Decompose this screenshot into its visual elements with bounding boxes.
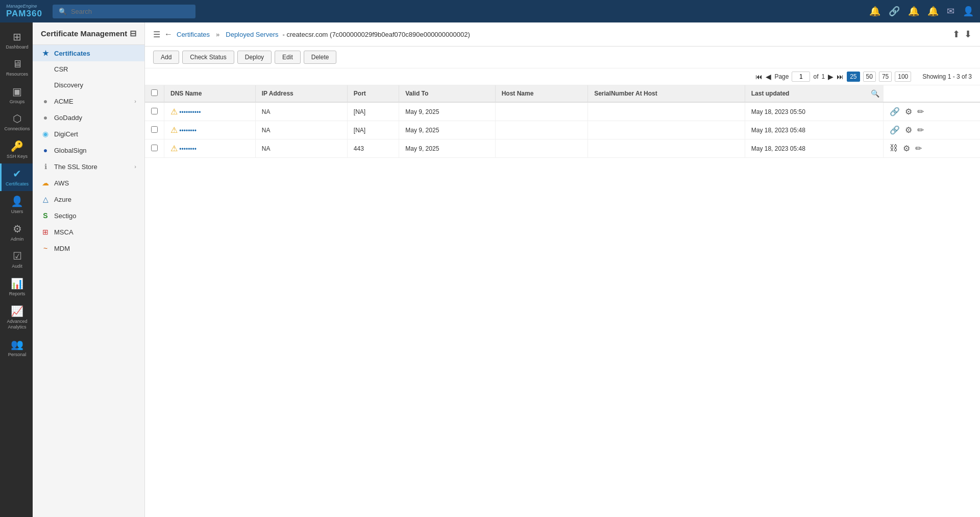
- sidebar-item-resources[interactable]: 🖥 Resources: [0, 54, 33, 81]
- sidebar-item-users[interactable]: 👤 Users: [0, 191, 33, 219]
- check-status-button[interactable]: Check Status: [182, 51, 234, 64]
- sub-sidebar-item-acme[interactable]: ● ACME ›: [33, 93, 144, 109]
- sub-sidebar-item-godaddy[interactable]: ● GoDaddy: [33, 109, 144, 126]
- search-bar[interactable]: 🔍: [53, 5, 195, 18]
- toolbar: Add Check Status Deploy Edit Delete: [145, 46, 980, 68]
- row-2-port: 443: [347, 139, 399, 158]
- row-0-link-icon[interactable]: 🔗: [890, 107, 900, 116]
- bell-icon[interactable]: 🔔: [908, 6, 919, 17]
- row-0-dns-cell: ⚠ ••••••••••: [164, 102, 256, 121]
- last-page-button[interactable]: ⏭: [837, 73, 844, 81]
- sub-sidebar-item-certificates[interactable]: ★ Certificates: [33, 45, 144, 61]
- warning-icon: ⚠: [170, 144, 178, 153]
- sub-sidebar-item-ssl-store[interactable]: ℹ The SSL Store ›: [33, 158, 144, 175]
- sidebar-item-advanced-analytics[interactable]: 📈 Advanced Analytics: [0, 301, 33, 334]
- add-button[interactable]: Add: [153, 51, 179, 64]
- sub-sidebar-item-globalsign[interactable]: ● GlobalSign: [33, 142, 144, 158]
- row-1-edit-icon[interactable]: ✏: [917, 125, 924, 135]
- row-1-actions: 🔗 ⚙ ✏: [884, 121, 980, 139]
- sidebar-label-certificates: Certificates: [6, 181, 29, 187]
- row-0-edit-icon[interactable]: ✏: [917, 107, 924, 116]
- sidebar-item-admin[interactable]: ⚙ Admin: [0, 219, 33, 246]
- th-port: Port: [347, 85, 399, 102]
- deploy-button[interactable]: Deploy: [237, 51, 272, 64]
- search-input[interactable]: [71, 8, 183, 15]
- sub-sidebar-item-discovery[interactable]: Discovery: [33, 77, 144, 93]
- advanced-analytics-icon: 📈: [11, 305, 23, 317]
- page-size-50[interactable]: 50: [863, 72, 876, 82]
- breadcrumb-detail: - createcsr.com (7c000000029f9b0eaf070c8…: [283, 31, 470, 38]
- page-size-75[interactable]: 75: [879, 72, 892, 82]
- sub-sidebar-item-msca[interactable]: ⊞ MSCA: [33, 224, 144, 240]
- sub-sidebar-item-csr[interactable]: CSR: [33, 61, 144, 77]
- select-all-checkbox[interactable]: [151, 89, 158, 96]
- prev-page-button[interactable]: ◀: [766, 73, 771, 81]
- download-icon[interactable]: ⬇: [964, 29, 972, 40]
- sub-sidebar-label-discovery: Discovery: [54, 81, 83, 89]
- row-1-checkbox[interactable]: [151, 126, 158, 133]
- sidebar-item-groups[interactable]: ▣ Groups: [0, 81, 33, 109]
- sidebar-label-advanced-analytics: Advanced Analytics: [4, 319, 31, 330]
- row-1-dns-link[interactable]: ••••••••: [179, 127, 197, 134]
- pagination-bar: ⏮ ◀ Page of 1 ▶ ⏭ 25 50 75 100 Showing 1…: [145, 68, 980, 85]
- sub-sidebar-item-azure[interactable]: △ Azure: [33, 191, 144, 207]
- page-size-25[interactable]: 25: [847, 72, 860, 82]
- row-2-dns-cell: ⚠ ••••••••: [164, 139, 256, 158]
- page-input[interactable]: [792, 72, 810, 82]
- delete-button[interactable]: Delete: [304, 51, 337, 64]
- row-2-settings-icon[interactable]: ⚙: [903, 144, 910, 153]
- sidebar-item-certificates[interactable]: ✔ Certificates: [0, 163, 33, 191]
- row-0-checkbox-cell: [145, 102, 164, 121]
- edit-button[interactable]: Edit: [275, 51, 301, 64]
- page-size-100[interactable]: 100: [895, 72, 911, 82]
- sub-sidebar-item-aws[interactable]: ☁ AWS: [33, 175, 144, 191]
- sidebar-label-users: Users: [11, 209, 23, 215]
- sidebar-label-groups: Groups: [10, 99, 25, 105]
- menu-icon[interactable]: ☰: [153, 30, 160, 39]
- link-icon[interactable]: 🔗: [889, 6, 900, 17]
- brand-logo[interactable]: ManageEngine PAM360: [6, 4, 42, 19]
- alert-icon[interactable]: 🔔: [869, 6, 880, 17]
- sidebar-label-audit: Audit: [12, 264, 22, 269]
- azure-nav-icon: △: [41, 195, 50, 203]
- row-2-dns-link[interactable]: ••••••••: [179, 146, 197, 153]
- upload-icon[interactable]: ⬆: [952, 29, 960, 40]
- sidebar-item-dashboard[interactable]: ⊞ Dashboard: [0, 27, 33, 54]
- audit-icon: ☑: [13, 250, 22, 262]
- notification-icon[interactable]: 🔔: [927, 6, 939, 17]
- sub-sidebar-item-digicert[interactable]: ◉ DigiCert: [33, 126, 144, 142]
- sub-sidebar-item-sectigo[interactable]: S Sectigo: [33, 207, 144, 224]
- sidebar-item-connections[interactable]: ⬡ Connections: [0, 108, 33, 136]
- sidebar-item-personal[interactable]: 👥 Personal: [0, 334, 33, 362]
- sidebar-item-ssh-keys[interactable]: 🔑 SSH Keys: [0, 136, 33, 163]
- next-page-button[interactable]: ▶: [828, 73, 834, 81]
- ssh-keys-icon: 🔑: [11, 140, 23, 152]
- row-1-link-icon[interactable]: 🔗: [890, 125, 900, 135]
- sub-sidebar-item-mdm[interactable]: ~ MDM: [33, 240, 144, 256]
- user-icon[interactable]: 👤: [963, 6, 974, 17]
- of-label: of: [813, 73, 818, 80]
- sidebar-item-reports[interactable]: 📊 Reports: [0, 273, 33, 301]
- row-2-checkbox[interactable]: [151, 145, 158, 151]
- sub-sidebar-label-godaddy: GoDaddy: [54, 114, 82, 122]
- row-0-checkbox[interactable]: [151, 108, 158, 114]
- certificates-icon: ✔: [13, 168, 21, 180]
- first-page-button[interactable]: ⏮: [755, 73, 763, 81]
- breadcrumb-link[interactable]: Certificates: [177, 31, 210, 38]
- row-1-settings-icon[interactable]: ⚙: [905, 125, 912, 135]
- th-checkbox: [145, 85, 164, 102]
- sidebar-item-audit[interactable]: ☑ Audit: [0, 246, 33, 273]
- row-2-edit-icon[interactable]: ✏: [915, 144, 922, 153]
- row-0-serial: [588, 102, 745, 121]
- back-icon[interactable]: ←: [164, 30, 173, 39]
- table-search-icon[interactable]: 🔍: [871, 89, 879, 98]
- mail-icon[interactable]: ✉: [947, 6, 954, 17]
- row-0-dns-link[interactable]: ••••••••••: [179, 109, 201, 116]
- row-0-settings-icon[interactable]: ⚙: [905, 107, 912, 116]
- row-2-checkbox-cell: [145, 139, 164, 158]
- sub-sidebar-menu-icon[interactable]: ⊟: [130, 29, 136, 38]
- row-1-valid-to: May 9, 2025: [399, 121, 495, 139]
- row-2-link-icon[interactable]: ⛓: [890, 144, 898, 153]
- globalsign-nav-icon: ●: [41, 146, 50, 154]
- sub-sidebar-label-digicert: DigiCert: [54, 130, 78, 138]
